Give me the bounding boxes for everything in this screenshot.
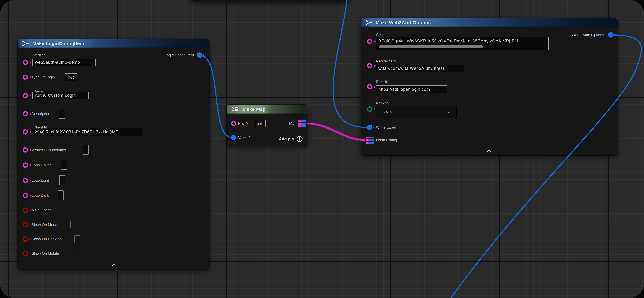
pin-logo-dark[interactable]: [23, 193, 28, 198]
pin-label-show-on-mobile: Show On Mobile: [32, 251, 59, 256]
pin-label-value-0: Value 0: [238, 136, 250, 140]
pin-verifier-sub-identifier[interactable]: [23, 147, 28, 152]
verifier-sub-identifier-input[interactable]: [82, 145, 88, 154]
pin-logo-light[interactable]: [23, 178, 28, 183]
collapse-node-button[interactable]: [486, 149, 492, 153]
pin-show-on-desktop[interactable]: [23, 236, 28, 242]
partial-node-top-edge[interactable]: [191, 0, 350, 2]
node-header[interactable]: Make Map: [227, 105, 308, 114]
make-struct-icon: [365, 20, 372, 26]
pin-label-network: Network: [376, 101, 390, 105]
add-pin-icon[interactable]: [296, 136, 303, 142]
pin-label-main-option: Main Option: [32, 208, 52, 212]
pin-label-client-id: Client Id: [376, 32, 390, 37]
pin-label-logo-hover: Logo Hover: [32, 163, 51, 167]
pin-label-description: Description: [32, 112, 50, 116]
blueprint-graph-canvas[interactable]: Make LoginConfigItem Verifier web3auth-a…: [0, 0, 644, 298]
pin-show-on-mobile[interactable]: [23, 251, 28, 256]
pin-label-show-on-modal: Show On Modal: [32, 222, 58, 227]
pin-type-of-login[interactable]: [23, 74, 28, 80]
pin-label-login-config-item: Login Config Item: [164, 53, 194, 57]
pin-login-config[interactable]: [366, 136, 374, 144]
pin-key-0[interactable]: [231, 121, 236, 126]
logo-hover-input[interactable]: [61, 160, 67, 170]
network-dropdown-value: CYAN: [382, 110, 392, 114]
name-input[interactable]: Auth0 Custom Login: [32, 92, 88, 99]
pin-label-key-0: Key 0: [238, 122, 248, 126]
pin-label-type-of-login: Type Of Login: [32, 75, 55, 79]
client-id-input[interactable]: BEglQSgt4cUWcj6SKRdu5QkOXTsePmMcusG5EAoy…: [376, 37, 549, 50]
pin-white-label[interactable]: [367, 125, 372, 130]
show-on-desktop-checkbox[interactable]: [74, 235, 80, 243]
pin-verifier[interactable]: [23, 60, 28, 65]
client-id-horizontal-scrollbar[interactable]: [378, 45, 483, 48]
pin-name[interactable]: [23, 93, 28, 98]
pin-label-verifier: Verifier: [33, 53, 45, 57]
verifier-input[interactable]: web3auth-auth0-demo: [32, 59, 96, 66]
add-pin-label[interactable]: Add pin: [279, 136, 294, 141]
collapse-node-button[interactable]: [110, 264, 117, 267]
pin-show-on-modal[interactable]: [23, 222, 28, 228]
sdk-url-input[interactable]: https://sdk.openlogin.com: [376, 86, 447, 93]
node-title: Make Map: [243, 106, 266, 112]
pin-label-logo-light: Logo Light: [32, 178, 49, 182]
logo-light-input[interactable]: [59, 175, 65, 185]
pin-client-id[interactable]: [23, 129, 28, 134]
node-make-loginconfigitem[interactable]: Make LoginConfigItem Verifier web3auth-a…: [18, 39, 210, 270]
pin-logo-hover[interactable]: [23, 162, 28, 168]
node-make-map[interactable]: Make Map Key 0 jwt Map Value 0 Add pin: [227, 105, 308, 146]
type-of-login-input[interactable]: jwt: [65, 73, 77, 81]
make-struct-icon: [22, 40, 29, 46]
client-id-input[interactable]: 294QRkchfq2YaXUbPri7D6PH7xzHgQMT: [32, 128, 142, 136]
main-option-checkbox[interactable]: [62, 206, 68, 214]
show-on-modal-checkbox[interactable]: [70, 221, 76, 228]
client-id-text: BEglQSgt4cUWcj6SKRdu5QkOXTsePmMcusG5EAoy…: [378, 39, 518, 43]
node-header[interactable]: Make Web3AuthOptions: [361, 18, 618, 27]
pin-label-web3auth-options: Web 3Auth Options: [572, 33, 604, 37]
pin-sdk-url[interactable]: [367, 84, 372, 89]
pin-client-id[interactable]: [367, 39, 372, 44]
pin-label-verifier-sub-identifier: Verifier Sub Identifier: [32, 148, 66, 152]
pin-label-login-config: Login Config: [376, 138, 397, 142]
make-map-icon: [231, 106, 239, 112]
pin-label-logo-dark: Logo Dark: [32, 193, 49, 198]
pin-description[interactable]: [23, 111, 28, 116]
pin-label-show-on-desktop: Show On Desktop: [32, 237, 62, 241]
key-0-input[interactable]: jwt: [254, 120, 266, 127]
redirect-url-input[interactable]: w3a://com.w3a.Web3AuthUnreal: [376, 64, 464, 72]
pin-main-option[interactable]: [23, 208, 28, 213]
description-input[interactable]: [58, 109, 65, 119]
pin-network[interactable]: [367, 106, 372, 112]
node-title: Make LoginConfigItem: [32, 41, 84, 46]
pin-label-map: Map: [289, 122, 296, 126]
show-on-mobile-checkbox[interactable]: [72, 250, 78, 257]
node-make-web3authoptions[interactable]: Make Web3AuthOptions Client Id BEglQSgt4…: [361, 18, 618, 155]
node-title: Make Web3AuthOptions: [376, 20, 431, 25]
pin-label-white-label: White Label: [376, 125, 396, 130]
pin-label-redirect-url: Redirect Url: [376, 59, 396, 64]
pin-map-output[interactable]: [298, 120, 306, 127]
pin-redirect-url[interactable]: [367, 63, 372, 68]
pin-label-sdk-url: Sdk Url: [376, 80, 388, 84]
network-dropdown[interactable]: CYAN ⌄: [376, 106, 457, 118]
logo-dark-input[interactable]: [58, 190, 64, 200]
node-header[interactable]: Make LoginConfigItem: [18, 39, 210, 48]
